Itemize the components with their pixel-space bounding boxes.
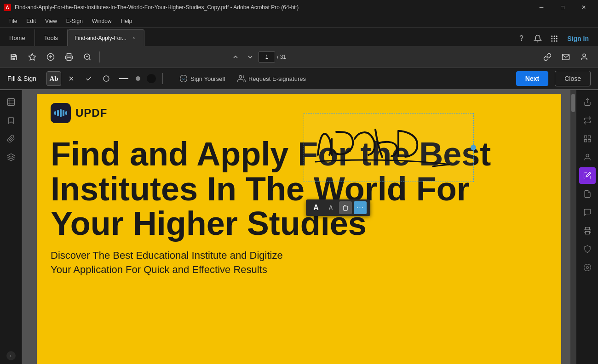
request-signatures-label: Request E-signatures (248, 75, 306, 82)
scroll-thumb[interactable] (571, 94, 575, 112)
check-tool-button[interactable] (81, 71, 96, 86)
svg-point-4 (554, 38, 555, 40)
tools-tab[interactable]: Tools (35, 29, 68, 46)
line-tool-button[interactable] (116, 71, 131, 86)
account-button[interactable] (576, 49, 592, 65)
toolbar-right (539, 49, 592, 65)
svg-point-1 (554, 35, 555, 37)
menu-help[interactable]: Help (116, 16, 137, 26)
menu-esign[interactable]: E-Sign (62, 16, 87, 26)
sign-yourself-button[interactable]: Sign Yourself (175, 72, 230, 85)
svg-rect-33 (585, 232, 589, 234)
next-button[interactable]: Next (516, 71, 548, 86)
right-sidebar-print[interactable] (579, 222, 596, 239)
more-dots-icon: ··· (356, 204, 364, 212)
print-button[interactable] (61, 49, 77, 65)
sign-in-button[interactable]: Sign In (564, 33, 592, 44)
svg-point-8 (556, 40, 558, 42)
svg-marker-26 (7, 154, 14, 158)
menu-file[interactable]: File (4, 16, 22, 26)
right-sidebar-export[interactable] (579, 112, 596, 129)
window-controls: ─ □ ✕ (531, 0, 594, 15)
page-up-button[interactable] (229, 51, 242, 63)
page-number-input[interactable] (259, 51, 275, 63)
window-title: Find-and-Apply-For-the-Best-Institutes-I… (15, 4, 531, 11)
svg-rect-28 (584, 136, 586, 138)
email-button[interactable] (558, 49, 574, 65)
more-options-button[interactable]: ··· (354, 201, 367, 214)
left-sidebar-bookmarks[interactable] (3, 112, 19, 129)
right-sidebar-convert[interactable] (579, 186, 596, 202)
save-button[interactable] (6, 49, 22, 65)
bookmark-button[interactable] (24, 49, 40, 65)
svg-point-3 (552, 38, 553, 40)
pdf-page: UPDF (37, 94, 561, 364)
sign-yourself-label: Sign Yourself (190, 75, 225, 82)
svg-rect-31 (584, 140, 586, 142)
left-sidebar-pages[interactable] (3, 94, 19, 110)
filled-dot-tool[interactable] (147, 74, 156, 83)
right-sidebar-comment[interactable] (579, 204, 596, 221)
close-tab-button[interactable]: × (130, 34, 138, 42)
home-tab[interactable]: Home (0, 29, 35, 46)
right-sidebar-organize[interactable] (579, 131, 596, 147)
svg-rect-30 (588, 140, 590, 142)
delete-text-button[interactable] (339, 201, 352, 214)
text-format-popup[interactable]: A A ··· (306, 199, 370, 216)
signature-selection-box[interactable] (304, 113, 474, 182)
minimize-button[interactable]: ─ (531, 0, 552, 15)
fill-sign-separator (162, 73, 163, 84)
help-icon[interactable]: ? (514, 31, 529, 46)
increase-font-button[interactable]: A (310, 201, 322, 214)
pdf-logo-area: UPDF (37, 94, 561, 128)
file-tab[interactable]: Find-and-Apply-For... × (68, 29, 144, 46)
share-link-button[interactable] (539, 49, 556, 65)
svg-point-19 (104, 76, 109, 81)
svg-marker-9 (29, 53, 36, 60)
right-sidebar-protect[interactable] (579, 149, 596, 165)
signature-svg (304, 118, 465, 173)
text-tool-label: Ab (49, 75, 58, 83)
svg-point-21 (239, 75, 242, 78)
right-sidebar-security[interactable] (579, 241, 596, 257)
left-sidebar-layers[interactable] (3, 149, 19, 165)
apps-icon[interactable] (547, 31, 562, 46)
close-button[interactable]: ✕ (573, 0, 594, 15)
menu-view[interactable]: View (40, 16, 62, 26)
right-sidebar-share[interactable] (579, 94, 596, 110)
pdf-main-heading: Find and Apply For the Best Institutes I… (37, 128, 561, 241)
small-dot-tool[interactable] (136, 76, 140, 81)
updf-logo-box (51, 103, 71, 123)
menu-window[interactable]: Window (87, 16, 116, 26)
decrease-font-button[interactable]: A (324, 201, 337, 214)
main-content: ‹ UPDF (0, 90, 598, 364)
close-fill-sign-button[interactable]: Close (555, 71, 591, 86)
left-sidebar-attachments[interactable] (3, 131, 19, 147)
left-sidebar: ‹ (0, 90, 22, 364)
svg-point-2 (556, 35, 558, 37)
request-signatures-button[interactable]: Request E-signatures (233, 72, 310, 85)
upload-button[interactable] (42, 49, 59, 65)
menu-edit[interactable]: Edit (22, 16, 40, 26)
right-sidebar-tools[interactable] (579, 259, 596, 276)
page-down-button[interactable] (244, 51, 257, 63)
right-sidebar-fill-sign-active[interactable] (579, 167, 596, 184)
cross-tool-button[interactable] (64, 71, 79, 86)
scroll-bar[interactable] (570, 90, 576, 364)
circle-tool-button[interactable] (99, 71, 114, 86)
sidebar-collapse[interactable]: ‹ (6, 351, 16, 360)
zoom-out-button[interactable] (79, 49, 96, 65)
tab-bar: Home Tools Find-and-Apply-For... × ? Sig… (0, 28, 598, 46)
maximize-button[interactable]: □ (552, 0, 573, 15)
app-icon: A (4, 4, 11, 11)
pdf-canvas-area[interactable]: UPDF (22, 90, 576, 364)
fill-sign-bar: Fill & Sign Ab Sign Yourself (0, 68, 598, 90)
menu-bar: File Edit View E-Sign Window Help (0, 15, 598, 28)
right-sidebar (576, 90, 598, 364)
svg-point-32 (586, 154, 589, 157)
notification-icon[interactable] (530, 31, 545, 46)
text-tool-button[interactable]: Ab (46, 71, 61, 86)
svg-point-16 (583, 54, 586, 57)
toolbar-separator (99, 51, 100, 63)
svg-point-0 (552, 35, 553, 37)
